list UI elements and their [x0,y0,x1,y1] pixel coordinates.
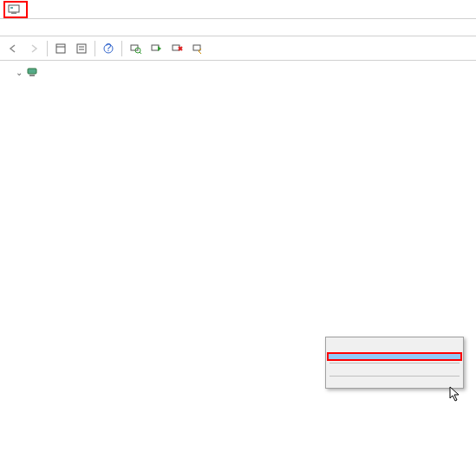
app-icon [7,3,21,16]
scan-button[interactable] [126,39,145,58]
menu-bar [0,19,476,36]
menu-action[interactable] [12,26,23,29]
svg-rect-16 [28,69,36,74]
collapse-icon[interactable]: ⌄ [14,67,24,77]
disable-button[interactable] [188,39,207,58]
ctx-properties[interactable] [328,379,461,386]
svg-rect-1 [11,12,16,14]
svg-text:?: ? [106,43,112,54]
device-tree: ⌄ [0,61,476,83]
svg-rect-0 [9,5,19,12]
svg-rect-13 [152,45,159,50]
show-hide-button[interactable] [51,39,70,58]
ctx-update-driver[interactable] [328,339,461,346]
properties-button[interactable] [72,39,91,58]
uninstall-button[interactable] [167,39,186,58]
menu-view[interactable] [23,26,33,29]
svg-rect-17 [29,75,35,76]
mouse-cursor [449,386,463,403]
context-menu [325,337,464,389]
menu-separator [329,363,460,363]
tree-node-network[interactable]: ⌄ [10,64,476,80]
toolbar: ? [0,36,476,61]
update-button[interactable] [147,39,166,58]
menu-file[interactable] [2,26,12,29]
svg-rect-15 [193,45,200,50]
title-bar [0,0,476,19]
ctx-uninstall-device[interactable] [328,353,461,360]
svg-line-12 [140,52,141,54]
network-category-icon [26,65,40,79]
forward-button[interactable] [24,39,43,58]
ctx-scan-hardware[interactable] [328,366,461,373]
menu-separator [329,376,460,377]
svg-rect-5 [77,44,86,53]
svg-rect-2 [10,7,13,9]
help-button[interactable]: ? [99,39,118,58]
back-button[interactable] [3,39,23,58]
ctx-disable-device[interactable] [328,346,461,353]
svg-rect-3 [56,44,65,53]
menu-help[interactable] [33,26,43,29]
